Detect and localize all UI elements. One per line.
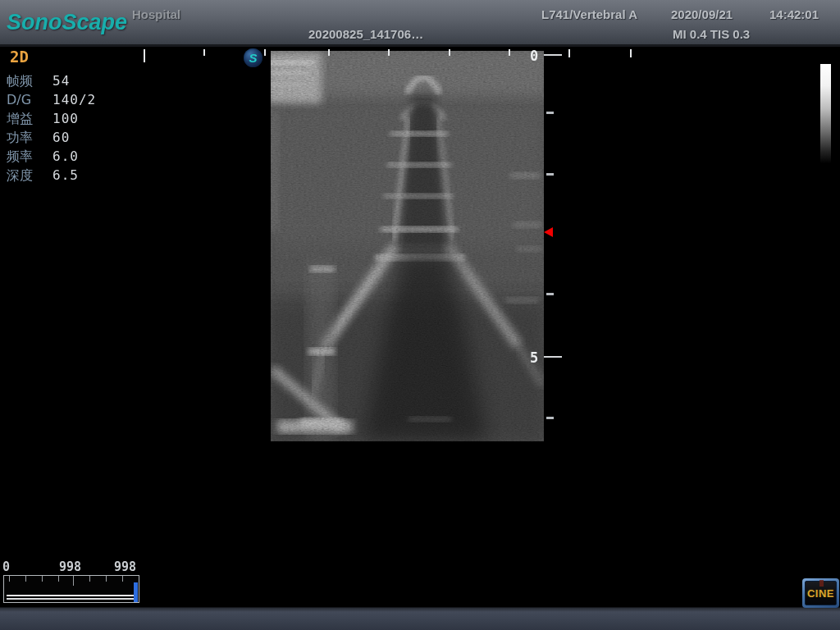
mode-indicator: 2D [10, 48, 130, 66]
ruler-tick [203, 49, 205, 56]
param-value: 140/2 [52, 90, 96, 109]
cine-button-face: CINE [805, 581, 837, 605]
depth-tick-major [544, 356, 562, 358]
param-value: 6.0 [52, 147, 79, 166]
cine-button-indicator [819, 580, 824, 587]
param-value: 54 [52, 71, 70, 90]
cine-button[interactable]: CINE [802, 578, 839, 608]
cine-progress-slider[interactable] [3, 575, 139, 603]
depth-tick [546, 112, 554, 114]
cine-slider-tick [106, 576, 107, 582]
ruler-tick [568, 49, 570, 57]
depth-scale-label-0: 0 [530, 48, 538, 64]
ultrasound-speckle-render [271, 51, 544, 441]
ruler-tick [328, 49, 330, 56]
param-row-frame-rate: 帧频 54 [7, 71, 130, 90]
param-label: 增益 [7, 109, 52, 128]
param-row-frequency: 频率 6.0 [7, 147, 130, 166]
status-taskbar [0, 607, 840, 630]
param-value: 100 [52, 109, 79, 128]
cine-slider-tick [9, 576, 10, 582]
cine-slider-center-tick [73, 576, 74, 586]
ultrasound-image [271, 51, 544, 441]
param-label: 帧频 [7, 71, 52, 90]
cine-slider-tick [42, 576, 43, 582]
ruler-tick [630, 49, 632, 57]
probe-marker-letter: S [249, 52, 257, 64]
cine-slider-tick [89, 576, 90, 582]
depth-tick-major [544, 54, 562, 56]
ruler-tick [264, 49, 266, 56]
param-label: D/G [7, 90, 52, 109]
cine-start-frame: 0 [2, 559, 10, 574]
depth-tick [546, 293, 554, 295]
ruler-tick [449, 49, 450, 56]
param-row-depth: 深度 6.5 [7, 166, 130, 185]
cine-slider-tick [58, 576, 59, 582]
ultrasound-system-screen: SonoScape Hospital L741/Vertebral A 2020… [0, 0, 840, 630]
cine-slider-tick [122, 576, 123, 582]
sonoscape-logo: SonoScape [7, 10, 127, 35]
depth-tick [546, 173, 554, 176]
focus-position-icon [544, 227, 553, 237]
clock: 14:42:01 [769, 7, 819, 21]
depth-tick [546, 417, 554, 419]
param-value: 60 [52, 128, 70, 147]
cine-slider-tick [25, 576, 26, 582]
probe-preset-label: L741/Vertebral A [541, 7, 637, 21]
param-row-power: 功率 60 [7, 128, 130, 147]
mi-tis-readout: MI 0.4 TIS 0.3 [673, 27, 750, 41]
param-row-dynamic-range: D/G 140/2 [7, 90, 130, 109]
param-label: 功率 [7, 128, 52, 147]
ruler-tick-major [144, 49, 145, 62]
grayscale-map-bar [820, 64, 831, 163]
hospital-name: Hospital [132, 7, 180, 21]
cine-slider-track [7, 595, 135, 600]
depth-scale-label-5: 5 [530, 349, 538, 366]
ruler-tick [388, 49, 390, 56]
param-label: 深度 [7, 166, 52, 185]
param-label: 频率 [7, 147, 52, 166]
param-row-gain: 增益 100 [7, 109, 130, 128]
image-parameters-panel: 2D 帧频 54 D/G 140/2 增益 100 功率 60 频率 6.0 深… [7, 48, 130, 185]
probe-orientation-marker: S [244, 48, 262, 67]
header-bar: SonoScape Hospital L741/Vertebral A 2020… [0, 0, 840, 47]
cine-current-frame: 998 [59, 559, 81, 574]
cine-slider-thumb[interactable] [134, 582, 138, 602]
cine-button-label: CINE [807, 587, 834, 600]
exam-date: 2020/09/21 [671, 7, 733, 21]
file-name: 20200825_141706… [308, 27, 423, 41]
param-value: 6.5 [52, 166, 79, 185]
ruler-tick [509, 49, 510, 56]
cine-total-frames: 998 [114, 559, 136, 574]
